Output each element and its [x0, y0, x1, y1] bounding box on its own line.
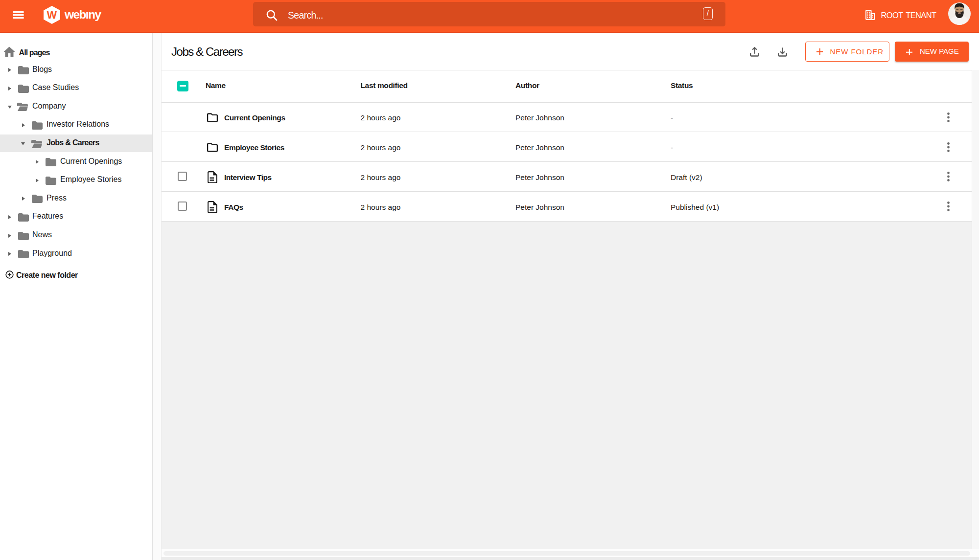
svg-text:W: W — [47, 9, 57, 21]
